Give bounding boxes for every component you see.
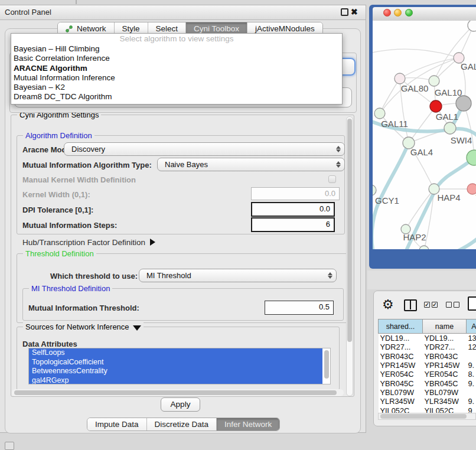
combo-stepper-icon: [324, 272, 336, 279]
tab-label: Impute Data: [95, 420, 139, 429]
data-attribute-item[interactable]: BetweennessCentrality: [29, 367, 322, 376]
column-header-3[interactable]: A: [467, 319, 476, 334]
settings-hscrollbar-thumb[interactable]: [14, 390, 337, 395]
algorithm-option[interactable]: Bayesian – Hill Climbing: [11, 44, 342, 54]
table-row[interactable]: YBR043CYBR043C: [379, 352, 476, 361]
table-cell: 9.: [467, 361, 476, 370]
which-threshold-value: MI Threshold: [139, 271, 324, 280]
node-table-body[interactable]: YDL19...YDL19...13YDR27...YDR27...12YBR0…: [379, 334, 476, 415]
graph-node-label[interactable]: GAL4: [410, 147, 433, 157]
which-threshold-combo[interactable]: MI Threshold: [139, 269, 337, 282]
algorithm-option[interactable]: Dream8 DC_TDC Algorithm: [11, 92, 342, 102]
graph-node-label[interactable]: HAP4: [437, 193, 460, 203]
table-row[interactable]: YBL079WYBL079W: [379, 388, 476, 397]
table-cell: [467, 352, 476, 361]
network-canvas[interactable]: GALGAL80GAL10GAL1GAL11SWI4GAL4GCY1HAP4YH…: [373, 21, 476, 249]
table-cell: YDL19...: [379, 334, 423, 343]
mi-threshold-label: Mutual Information Threshold:: [28, 304, 139, 312]
data-attribute-item[interactable]: SelfLoops: [29, 348, 322, 358]
graph-node-label[interactable]: GAL11: [381, 119, 408, 129]
tab-label: Cyni Toolbox: [194, 24, 239, 33]
sources-title[interactable]: Sources for Network Inference: [23, 322, 144, 331]
settings-vscrollbar-thumb[interactable]: [347, 119, 352, 342]
graph-node-label[interactable]: GAL1: [436, 112, 458, 122]
graph-node-label[interactable]: HAP2: [403, 232, 426, 242]
graph-node[interactable]: [374, 108, 385, 119]
node-table-header[interactable]: shared...nameA: [379, 319, 476, 334]
graph-node[interactable]: [444, 122, 456, 134]
document-icon[interactable]: [468, 296, 476, 311]
kernel-width-field[interactable]: 0.0: [251, 187, 340, 200]
gear-icon[interactable]: ⚙: [382, 298, 394, 312]
close-traffic-light-icon[interactable]: [383, 9, 391, 17]
graph-node[interactable]: [429, 76, 439, 86]
graph-node[interactable]: [419, 246, 429, 249]
graph-node-label[interactable]: GCY1: [375, 195, 399, 206]
tab-label: Network: [77, 24, 106, 33]
graph-node[interactable]: [430, 100, 442, 112]
table-row[interactable]: YBR045CYBR045C9.: [379, 379, 476, 387]
mi-type-combo[interactable]: Naive Bayes: [157, 158, 345, 171]
dpi-tolerance-field[interactable]: 0.0: [251, 202, 335, 217]
table-row[interactable]: YPR145WYPR145W9.: [379, 361, 476, 370]
tab-impute-data[interactable]: Impute Data: [87, 418, 147, 431]
tab-infer-network[interactable]: Infer Network: [217, 418, 279, 431]
table-row[interactable]: YLR345WYLR345W9.: [379, 397, 476, 406]
mi-steps-field[interactable]: 6: [251, 217, 335, 232]
float-window-icon[interactable]: [341, 8, 348, 16]
table-cell: YLR345W: [423, 397, 467, 406]
select-all-columns-icon[interactable]: ✓✓: [424, 302, 438, 308]
algorithm-dropdown-items: Bayesian – Hill ClimbingBasic Correlatio…: [11, 44, 342, 102]
graph-node[interactable]: [456, 96, 471, 111]
table-cell: YPR145W: [423, 361, 467, 370]
table-row[interactable]: YDR27...YDR27...12: [379, 343, 476, 351]
table-row[interactable]: YER054CYER054C8.: [379, 370, 476, 379]
graph-node[interactable]: [467, 184, 476, 194]
attributes-list-scrollbar[interactable]: [324, 350, 329, 379]
column-header-1[interactable]: shared...: [379, 319, 423, 334]
data-attributes-list[interactable]: SelfLoopsTopologicalCoefficientBetweenne…: [28, 348, 331, 384]
graph-node-label[interactable]: GAL80: [401, 83, 429, 93]
table-row[interactable]: YDL19...YDL19...13: [379, 334, 476, 343]
column-header-2[interactable]: name: [423, 319, 467, 334]
which-threshold-label: Which threshold to use:: [50, 272, 138, 281]
aracne-mode-combo[interactable]: Discovery: [64, 142, 345, 156]
apply-button[interactable]: Apply: [161, 397, 200, 412]
mi-type-label: Mutual Information Algorithm Type:: [22, 161, 152, 169]
node-table[interactable]: shared...nameA YDL19...YDL19...13YDR27..…: [378, 319, 476, 415]
algorithm-option[interactable]: Basic Correlation Inference: [11, 54, 342, 63]
data-attribute-item[interactable]: gal4RGexp: [29, 376, 322, 385]
graph-node-label[interactable]: SWI4: [451, 135, 472, 145]
combo-stepper-icon: [332, 146, 344, 152]
close-icon[interactable]: ✖: [351, 8, 358, 16]
tab-label: Infer Network: [224, 420, 272, 429]
graph-edge: [373, 49, 459, 58]
manual-kernel-label: Manual Kernel Width Definition: [22, 175, 136, 184]
minimize-traffic-light-icon[interactable]: [394, 9, 402, 17]
table-hscrollbar-thumb[interactable]: [380, 414, 467, 419]
tab-label: Select: [156, 24, 178, 33]
hub-definition-toggle[interactable]: Hub/Transcription Factor Definition: [22, 238, 155, 247]
table-cell: YBL079W: [379, 388, 423, 397]
resize-grip[interactable]: [5, 442, 14, 450]
table-cell: YLR345W: [379, 397, 423, 406]
table-cell: 13: [467, 334, 476, 343]
table-cell: [467, 388, 476, 397]
deselect-all-columns-icon[interactable]: [446, 302, 459, 308]
table-cell: YBR043C: [423, 352, 467, 361]
graph-node-label[interactable]: GAL10: [435, 87, 462, 97]
table-cell: YBR045C: [423, 379, 467, 387]
columns-icon[interactable]: [404, 299, 417, 311]
algorithm-option[interactable]: ARACNE Algorithm: [11, 64, 342, 73]
algorithm-option[interactable]: Mutual Information Inference: [11, 73, 342, 83]
graph-node-label[interactable]: GAL: [461, 61, 476, 71]
data-attribute-item[interactable]: TopologicalCoefficient: [29, 358, 322, 367]
zoom-traffic-light-icon[interactable]: [405, 9, 413, 17]
tab-discretize-data[interactable]: Discretize Data: [147, 418, 217, 431]
table-panel-titlebar: Table Panel: [367, 270, 476, 289]
graph-node[interactable]: [373, 185, 376, 195]
algorithm-option[interactable]: Bayesian – K2: [11, 83, 342, 92]
graph-node[interactable]: [395, 73, 405, 84]
mi-threshold-field[interactable]: 0.5: [265, 301, 334, 315]
manual-kernel-checkbox[interactable]: [328, 175, 336, 183]
